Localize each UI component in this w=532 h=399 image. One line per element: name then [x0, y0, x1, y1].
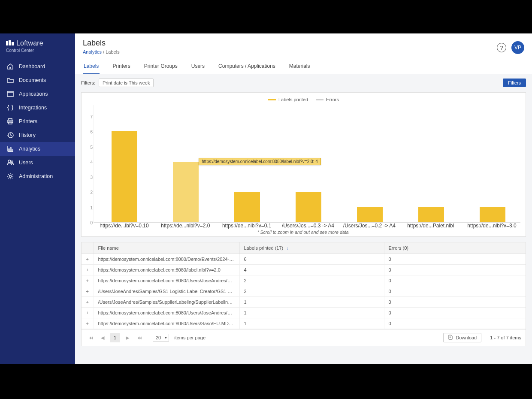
legend-swatch-icon	[268, 99, 276, 100]
table-header[interactable]: File name	[94, 242, 239, 254]
home-icon	[7, 63, 14, 70]
sidebar-item-users[interactable]: Users	[0, 156, 75, 169]
table-header[interactable]: Labels printed (17) ↓	[239, 242, 384, 254]
expand-row-button[interactable]: +	[82, 318, 94, 329]
sidebar-item-analytics[interactable]: Analytics	[0, 142, 75, 156]
cell-labels-printed: 4	[239, 265, 384, 275]
sidebar-item-label: History	[19, 132, 36, 138]
svg-point-11	[8, 160, 11, 163]
sidebar-item-history[interactable]: History	[0, 128, 75, 142]
sidebar-item-label: Integrations	[19, 105, 47, 111]
tab-printer-groups[interactable]: Printer Groups	[143, 60, 178, 74]
chart-plot-area[interactable]: https://demosystem.onnicelabel.com:8080/…	[94, 105, 520, 223]
sidebar-item-documents[interactable]: Documents	[0, 73, 75, 87]
sidebar-item-label: Applications	[19, 91, 48, 97]
tab-labels[interactable]: Labels	[83, 60, 100, 74]
table-row[interactable]: +https://demosystem.onnicelabel.com:8080…	[82, 318, 526, 329]
cell-errors: 0	[384, 265, 526, 275]
chart-x-axis: https://de...lbl?v=0.10https://de...nlbl…	[87, 223, 520, 229]
svg-rect-2	[12, 42, 14, 45]
table-row[interactable]: +https://demosystem.onnicelabel.com:8080…	[82, 265, 526, 275]
chart-y-axis: 01234567	[87, 105, 94, 223]
open-filters-button[interactable]: Filters	[503, 79, 526, 87]
sidebar-item-administration[interactable]: Administration	[0, 169, 75, 183]
table-row[interactable]: +https://demosystem.onnicelabel.com:8080…	[82, 275, 526, 286]
pager-last-button[interactable]: ⏭	[135, 333, 144, 342]
table-row[interactable]: +/Users/JoseAndres/Samples/GS1 Logistic …	[82, 286, 526, 297]
table-pager: ⏮ ◀ 1 ▶ ⏭ 20 items per page Download	[82, 329, 526, 346]
legend-item[interactable]: Labels printed	[268, 97, 308, 102]
tab-users[interactable]: Users	[190, 60, 206, 74]
chart-bar[interactable]	[357, 207, 383, 222]
cell-labels-printed: 6	[239, 254, 384, 265]
cell-errors: 0	[384, 297, 526, 308]
cell-file-name: https://demosystem.onnicelabel.com:8080/…	[94, 275, 239, 286]
download-button[interactable]: Download	[443, 333, 481, 342]
sidebar-item-label: Dashboard	[19, 63, 45, 70]
svg-rect-10	[12, 150, 13, 151]
tab-printers[interactable]: Printers	[112, 60, 131, 74]
y-tick: 4	[90, 160, 93, 164]
cell-file-name: https://demosystem.onnicelabel.com:8080/…	[94, 308, 239, 318]
svg-point-12	[11, 161, 13, 163]
chart-icon	[7, 145, 14, 152]
table-header[interactable]: Errors (0)	[384, 242, 526, 254]
x-tick-label: https://de...Palet.nlbl	[407, 223, 454, 229]
sidebar-item-applications[interactable]: Applications	[0, 87, 75, 101]
legend-item[interactable]: Errors	[316, 97, 339, 102]
expand-row-button[interactable]: +	[82, 308, 94, 318]
svg-rect-1	[9, 40, 11, 45]
tab-materials[interactable]: Materials	[288, 60, 311, 74]
download-icon	[448, 335, 453, 341]
y-tick: 3	[90, 175, 93, 180]
pager-next-button[interactable]: ▶	[123, 333, 132, 342]
pager-first-button[interactable]: ⏮	[86, 333, 95, 342]
chart-tooltip: https://demosystem.onnicelabel.com:8080/…	[199, 158, 320, 165]
table-row[interactable]: +https://demosystem.onnicelabel.com:8080…	[82, 308, 526, 318]
svg-rect-8	[9, 149, 9, 151]
expand-row-button[interactable]: +	[82, 265, 94, 275]
chart-bar[interactable]	[112, 131, 137, 222]
table-row[interactable]: +https://demosystem.onnicelabel.com:8080…	[82, 254, 526, 265]
sidebar-item-label: Printers	[19, 118, 37, 124]
chart-bar[interactable]	[296, 192, 321, 222]
chart-bar[interactable]	[418, 207, 444, 222]
expand-row-button[interactable]: +	[82, 275, 94, 286]
svg-rect-0	[6, 41, 8, 45]
brand-logo-icon	[6, 40, 14, 46]
chart-bar[interactable]	[234, 192, 260, 222]
breadcrumb-parent-link[interactable]: Analytics	[83, 49, 102, 54]
expand-row-button[interactable]: +	[82, 254, 94, 265]
chart-scroll-note: * Scroll to zoom in and out and see more…	[87, 230, 520, 235]
sidebar: Loftware Control Center DashboardDocumen…	[0, 33, 75, 364]
sidebar-item-label: Documents	[19, 77, 46, 83]
chart-bar[interactable]	[480, 207, 505, 222]
pager-current-page[interactable]: 1	[110, 333, 120, 342]
legend-swatch-icon	[316, 99, 323, 100]
chart-bar[interactable]	[173, 162, 199, 222]
users-icon	[7, 159, 14, 166]
sort-desc-icon: ↓	[286, 246, 288, 251]
pager-pagesize-select[interactable]: 20	[153, 334, 169, 342]
filter-chip-printdate[interactable]: Print date is This week	[99, 79, 154, 87]
x-tick-label: https://de...nlbl?v=3.0	[467, 223, 516, 229]
y-tick: 1	[90, 205, 93, 210]
cell-labels-printed: 2	[239, 275, 384, 286]
help-icon[interactable]: ?	[497, 43, 506, 52]
sidebar-item-dashboard[interactable]: Dashboard	[0, 60, 75, 73]
analytics-tabs: LabelsPrintersPrinter GroupsUsersCompute…	[75, 60, 532, 74]
sidebar-item-printers[interactable]: Printers	[0, 115, 75, 128]
pager-prev-button[interactable]: ◀	[98, 333, 107, 342]
expand-row-button[interactable]: +	[82, 286, 94, 297]
y-tick: 2	[90, 190, 93, 195]
brand-subtitle: Control Center	[6, 48, 69, 53]
tab-computers-applications[interactable]: Computers / Applications	[218, 60, 276, 74]
x-tick-label: https://de...lbl?v=0.10	[100, 223, 148, 229]
table-row[interactable]: +/Users/JoseAndres/Samples/SupplierLabel…	[82, 297, 526, 308]
table-expand-header	[82, 242, 94, 254]
page-title: Labels	[83, 39, 497, 48]
expand-row-button[interactable]: +	[82, 297, 94, 308]
cell-labels-printed: 1	[239, 308, 384, 318]
sidebar-item-integrations[interactable]: Integrations	[0, 101, 75, 115]
user-avatar[interactable]: VP	[511, 41, 524, 54]
